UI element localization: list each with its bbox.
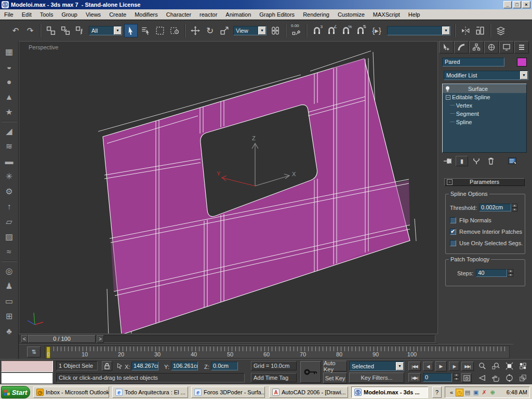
menu-group[interactable]: Group	[57, 10, 82, 19]
mirror-button[interactable]	[459, 24, 472, 37]
time-slider-grip[interactable]: 0 / 100	[28, 335, 96, 343]
selection-lock-toggle[interactable]	[102, 361, 112, 371]
frame-spinner[interactable]: ▲▼	[454, 373, 459, 381]
absolute-offset-mode-toggle[interactable]	[114, 361, 125, 371]
object-color-swatch[interactable]	[517, 58, 527, 66]
spinner-up-icon[interactable]: ▲	[508, 269, 513, 273]
min-max-toggle-button[interactable]	[516, 373, 529, 383]
key-mode-toggle[interactable]: |◀▶|	[408, 373, 421, 382]
close-button[interactable]: ×	[522, 1, 530, 8]
chevron-down-icon[interactable]: ▼	[442, 26, 450, 35]
box-primitives-icon[interactable]: ▦	[2, 44, 17, 59]
minimize-button[interactable]: _	[503, 1, 512, 8]
threshold-field[interactable]: 0.002cm	[479, 204, 511, 211]
sheet-icon[interactable]: ▭	[2, 294, 17, 309]
previous-frame-button[interactable]: ◀|	[423, 362, 433, 371]
cone-icon[interactable]: ▲	[2, 89, 17, 104]
tray-update-icon[interactable]: ⊕	[488, 389, 497, 396]
stack-item-surface[interactable]: Surface	[443, 85, 526, 93]
auto-key-button[interactable]: Auto Key	[323, 361, 347, 371]
zoom-extents-button[interactable]	[503, 361, 515, 371]
display-tab[interactable]	[499, 41, 514, 54]
zoom-extents-all-button[interactable]	[516, 361, 529, 371]
tray-network-icon[interactable]: ▣	[472, 389, 480, 396]
menu-create[interactable]: Create	[105, 10, 130, 19]
make-unique-button[interactable]	[470, 156, 483, 166]
layer-manager-button[interactable]	[494, 24, 508, 37]
chevron-down-icon[interactable]: ▼	[114, 26, 122, 35]
menu-modifiers[interactable]: Modifiers	[130, 10, 162, 19]
reference-coordinate-system-combo[interactable]: View ▼	[233, 26, 267, 35]
use-only-selected-segs-checkbox[interactable]	[450, 240, 456, 246]
field-of-view-button[interactable]	[476, 373, 488, 383]
unlink-selection-button[interactable]	[59, 24, 72, 37]
start-button[interactable]: Start	[1, 386, 30, 398]
percent-snap-toggle-button[interactable]: %	[339, 24, 353, 37]
stack-item-spline[interactable]: ┈┈ Spline	[443, 118, 526, 126]
zoom-button[interactable]	[476, 361, 488, 371]
viewport-label[interactable]: Perspective	[29, 44, 58, 50]
snap-percent-button[interactable]: 0.00	[289, 24, 303, 37]
angle-snap-toggle-button[interactable]: ∠	[325, 24, 338, 37]
perspective-viewport[interactable]: Z X Y Perspective	[19, 41, 438, 334]
car-icon[interactable]: ▱	[2, 214, 17, 229]
spinner-snap-toggle-button[interactable]: ⇅	[354, 24, 367, 37]
next-frame-arrow[interactable]: >	[97, 335, 104, 343]
parameters-rollout-header[interactable]: - Parameters	[444, 178, 525, 186]
help-tray-button[interactable]: ?	[432, 387, 442, 398]
select-and-move-button[interactable]	[189, 24, 202, 37]
motion-tab[interactable]	[484, 41, 499, 54]
waves-icon[interactable]: ≈	[2, 244, 17, 259]
modify-tab[interactable]	[454, 41, 469, 54]
key-filters-button[interactable]: Key Filters...	[349, 373, 404, 383]
x-coordinate-field[interactable]: 148.267cm	[131, 362, 158, 370]
spinner-down-icon[interactable]: ▼	[512, 208, 517, 212]
menu-customize[interactable]: Customize	[334, 10, 369, 19]
spinner-up-icon[interactable]: ▲	[512, 204, 517, 208]
go-to-end-button[interactable]: ▶▶|	[461, 362, 474, 371]
task-autocad[interactable]: A AutoCAD 2006 - [Drawi...	[269, 387, 348, 398]
flip-normals-checkbox[interactable]	[450, 217, 456, 223]
remove-interior-patches-checkbox[interactable]	[450, 229, 456, 235]
selection-filter-combo[interactable]: All ▼	[89, 26, 122, 35]
steps-spinner[interactable]: ▲▼	[508, 269, 513, 277]
tray-reminder-clock-icon[interactable]: ◷	[456, 389, 463, 396]
hierarchy-tab[interactable]	[469, 41, 484, 54]
select-and-rotate-button[interactable]: ↻	[203, 24, 217, 37]
play-animation-button[interactable]: ▶	[435, 361, 447, 371]
menu-character[interactable]: Character	[162, 10, 195, 19]
menu-animation[interactable]: Animation	[221, 10, 255, 19]
select-by-name-button[interactable]	[139, 24, 152, 37]
select-and-scale-button[interactable]	[218, 24, 231, 37]
spinner-down-icon[interactable]: ▼	[454, 377, 459, 381]
menu-reactor[interactable]: reactor	[195, 10, 221, 19]
weathervane-icon[interactable]: ↑	[2, 199, 17, 214]
previous-frame-arrow[interactable]: <	[21, 335, 28, 343]
propeller-icon[interactable]: ✳	[2, 169, 17, 184]
threshold-spinner[interactable]: ▲▼	[512, 204, 517, 211]
key-filter-selection-combo[interactable]: Selected ▼	[349, 361, 404, 371]
utilities-tab[interactable]	[514, 41, 529, 54]
task-outlook[interactable]: ◷ Inbox - Microsoft Outlook	[33, 387, 109, 398]
spinner-up-icon[interactable]: ▲	[454, 373, 459, 377]
use-pivot-point-center-button[interactable]	[269, 24, 282, 37]
modifier-list-dropdown[interactable]: Modifier List ▼	[444, 71, 528, 80]
select-object-button[interactable]	[124, 24, 138, 37]
menu-file[interactable]: File	[0, 10, 18, 19]
sphere-icon[interactable]: ●	[2, 74, 17, 89]
align-button[interactable]	[473, 24, 487, 37]
show-end-result-button[interactable]: ▮	[456, 156, 468, 166]
open-mini-curve-editor-button[interactable]: ⇅	[27, 347, 41, 357]
stack-item-editable-spline[interactable]: − Editable Spline	[443, 93, 526, 101]
snap-toggle-3d-button[interactable]: 3	[310, 24, 324, 37]
gear-icon[interactable]: ⚙	[2, 184, 17, 199]
crossing-selection-button[interactable]	[168, 24, 181, 37]
linked-boxes-icon[interactable]: ⊞	[2, 309, 17, 324]
gyroscope-icon[interactable]: ◎	[2, 263, 17, 278]
steps-field[interactable]: 40	[476, 269, 507, 277]
redo-button[interactable]: ↷	[23, 24, 37, 37]
track-bar-ruler[interactable]: 0 10 20 30 40 50 60 70 80 90 100	[45, 345, 510, 358]
arc-rotate-button[interactable]	[503, 373, 515, 383]
capsule-icon[interactable]: ▬	[2, 154, 17, 169]
tray-messenger-icon[interactable]: ✗	[480, 389, 488, 396]
